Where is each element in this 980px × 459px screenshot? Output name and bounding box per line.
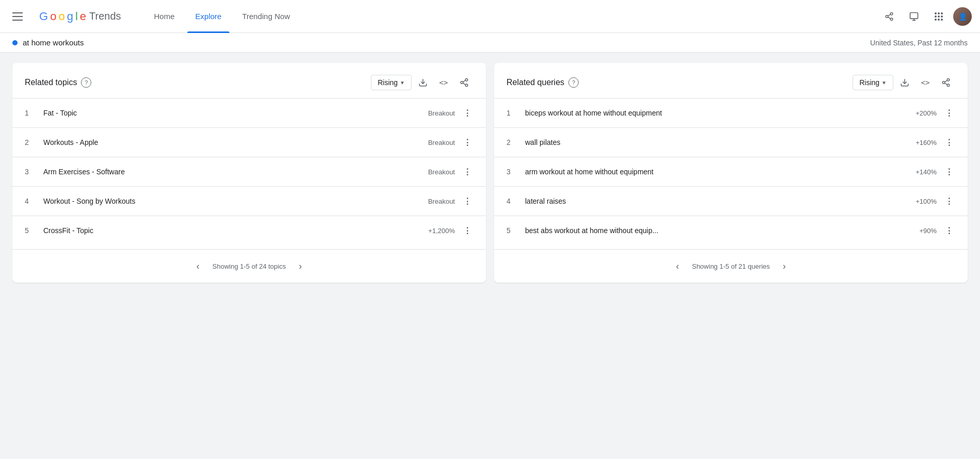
prev-page-arrow[interactable]: ‹: [669, 258, 685, 274]
avatar-image: 👤: [953, 7, 972, 26]
table-row[interactable]: 2 wall pilates +160% ⋮: [494, 127, 968, 157]
more-options-icon[interactable]: ⋮: [943, 224, 955, 237]
item-rank: 3: [507, 168, 519, 176]
nav-links: Home Explore Trending Now: [146, 0, 299, 33]
svg-point-2: [890, 18, 893, 21]
next-page-arrow[interactable]: ›: [292, 258, 308, 274]
search-text: at home workouts: [23, 38, 84, 47]
item-rank: 1: [25, 109, 37, 117]
logo[interactable]: Google Trends: [39, 10, 121, 23]
logo-l: l: [75, 10, 78, 23]
svg-point-15: [947, 79, 950, 81]
related-topics-embed-icon[interactable]: <>: [434, 73, 453, 92]
more-options-icon[interactable]: ⋮: [943, 195, 955, 207]
more-options-icon[interactable]: ⋮: [943, 136, 955, 149]
table-row[interactable]: 1 biceps workout at home without equipme…: [494, 98, 968, 127]
more-options-icon[interactable]: ⋮: [943, 107, 955, 119]
more-options-icon[interactable]: ⋮: [943, 166, 955, 178]
item-name: biceps workout at home without equipment: [525, 109, 916, 117]
related-queries-card: Related queries ? Rising ▼ <>: [494, 63, 968, 283]
item-value: +1,200%: [428, 227, 455, 235]
related-queries-actions: Rising ▼ <>: [853, 73, 955, 92]
prev-page-arrow[interactable]: ‹: [190, 258, 206, 274]
item-value: +200%: [916, 109, 937, 117]
item-name: Workouts - Apple: [43, 138, 428, 146]
related-topics-actions: Rising ▼ <>: [371, 73, 473, 92]
item-value: +100%: [916, 198, 937, 205]
hamburger-menu[interactable]: [8, 8, 27, 25]
main-content: Related topics ? Rising ▼ <>: [0, 53, 980, 293]
table-row[interactable]: 4 lateral raises +100% ⋮: [494, 186, 968, 216]
svg-point-10: [461, 81, 463, 84]
svg-rect-5: [910, 12, 918, 19]
svg-line-12: [463, 83, 465, 85]
svg-point-0: [890, 12, 893, 15]
apps-icon-btn[interactable]: [928, 6, 949, 27]
more-options-icon[interactable]: ⋮: [461, 224, 473, 237]
item-rank: 4: [25, 197, 37, 205]
related-topics-filter-label: Rising: [378, 78, 398, 87]
table-row[interactable]: 3 Arm Exercises - Software Breakout ⋮: [12, 157, 486, 186]
item-name: arm workout at home without equipment: [525, 168, 916, 176]
share-icon-btn[interactable]: [879, 6, 900, 27]
item-name: best abs workout at home without equip..…: [525, 226, 919, 235]
item-rank: 1: [507, 109, 519, 117]
table-row[interactable]: 1 Fat - Topic Breakout ⋮: [12, 98, 486, 127]
related-topics-list: 1 Fat - Topic Breakout ⋮ 2 Workouts - Ap…: [12, 98, 486, 249]
nav-home[interactable]: Home: [146, 0, 183, 33]
table-row[interactable]: 2 Workouts - Apple Breakout ⋮: [12, 127, 486, 157]
dropdown-arrow-icon: ▼: [400, 80, 405, 86]
search-term: at home workouts: [12, 38, 84, 47]
svg-point-1: [886, 15, 888, 18]
related-topics-download-icon[interactable]: [414, 73, 432, 92]
related-topics-help-icon[interactable]: ?: [81, 77, 91, 88]
feedback-icon-btn[interactable]: [904, 6, 924, 27]
svg-line-4: [888, 14, 890, 15]
related-topics-header: Related topics ? Rising ▼ <>: [12, 63, 486, 98]
svg-line-3: [888, 17, 890, 19]
logo-e: e: [80, 10, 86, 23]
more-options-icon[interactable]: ⋮: [461, 195, 473, 207]
next-page-arrow[interactable]: ›: [776, 258, 793, 274]
more-options-icon[interactable]: ⋮: [461, 136, 473, 149]
dropdown-arrow-icon: ▼: [881, 80, 887, 86]
nav-trending-now[interactable]: Trending Now: [234, 0, 298, 33]
item-rank: 4: [507, 197, 519, 205]
related-queries-title: Related queries: [507, 78, 564, 87]
related-queries-title-group: Related queries ?: [507, 77, 579, 88]
related-queries-download-icon[interactable]: [895, 73, 914, 92]
related-queries-share-icon[interactable]: [937, 73, 955, 92]
item-value: Breakout: [428, 198, 455, 205]
more-options-icon[interactable]: ⋮: [461, 107, 473, 119]
related-topics-share-icon[interactable]: [455, 73, 473, 92]
related-queries-help-icon[interactable]: ?: [568, 77, 579, 88]
grid-icon: [935, 12, 943, 21]
table-row[interactable]: 5 best abs workout at home without equip…: [494, 216, 968, 245]
header: Google Trends Home Explore Trending Now: [0, 0, 980, 33]
item-value: +160%: [916, 139, 937, 146]
logo-g2: g: [67, 10, 73, 23]
related-topics-title-group: Related topics ?: [25, 77, 91, 88]
related-queries-filter-dropdown[interactable]: Rising ▼: [853, 75, 893, 90]
related-topics-pagination: ‹ Showing 1-5 of 24 topics ›: [12, 249, 486, 283]
related-topics-filter-dropdown[interactable]: Rising ▼: [371, 75, 412, 90]
related-queries-header: Related queries ? Rising ▼ <>: [494, 63, 968, 98]
item-name: Workout - Song by Workouts: [43, 197, 428, 205]
more-options-icon[interactable]: ⋮: [461, 166, 473, 178]
svg-point-11: [465, 84, 468, 87]
item-value: +90%: [919, 227, 937, 235]
related-queries-list: 1 biceps workout at home without equipme…: [494, 98, 968, 249]
search-dot: [12, 40, 18, 45]
table-row[interactable]: 3 arm workout at home without equipment …: [494, 157, 968, 186]
item-value: Breakout: [428, 168, 455, 176]
logo-o1: o: [50, 10, 56, 23]
item-name: wall pilates: [525, 138, 916, 146]
related-queries-embed-icon[interactable]: <>: [916, 73, 935, 92]
item-rank: 2: [507, 138, 519, 146]
table-row[interactable]: 4 Workout - Song by Workouts Breakout ⋮: [12, 186, 486, 216]
item-value: +140%: [916, 168, 937, 176]
related-topics-title: Related topics: [25, 78, 77, 87]
table-row[interactable]: 5 CrossFit - Topic +1,200% ⋮: [12, 216, 486, 245]
avatar[interactable]: 👤: [953, 7, 972, 26]
nav-explore[interactable]: Explore: [187, 0, 230, 33]
